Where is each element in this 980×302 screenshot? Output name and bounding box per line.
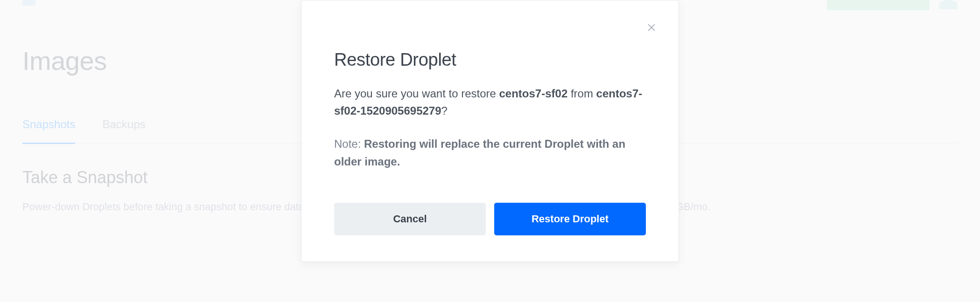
confirm-suffix: ?: [441, 104, 448, 117]
modal-confirm-text: Are you sure you want to restore centos7…: [334, 85, 646, 119]
restore-droplet-modal: Restore Droplet Are you sure you want to…: [301, 0, 679, 262]
close-button[interactable]: [642, 18, 661, 37]
note-text: Restoring will replace the current Dropl…: [334, 137, 625, 167]
restore-button[interactable]: Restore Droplet: [494, 203, 646, 235]
restore-label: Restore Droplet: [532, 213, 609, 225]
modal-actions: Cancel Restore Droplet: [334, 203, 646, 235]
note-label: Note:: [334, 137, 364, 150]
modal-note: Note: Restoring will replace the current…: [334, 135, 646, 170]
cancel-button[interactable]: Cancel: [334, 203, 486, 235]
confirm-prefix: Are you sure you want to restore: [334, 87, 499, 100]
close-icon: [646, 22, 657, 33]
cancel-label: Cancel: [393, 213, 427, 225]
droplet-name: centos7-sf02: [499, 87, 568, 100]
confirm-middle: from: [567, 87, 596, 100]
modal-title: Restore Droplet: [334, 50, 646, 70]
